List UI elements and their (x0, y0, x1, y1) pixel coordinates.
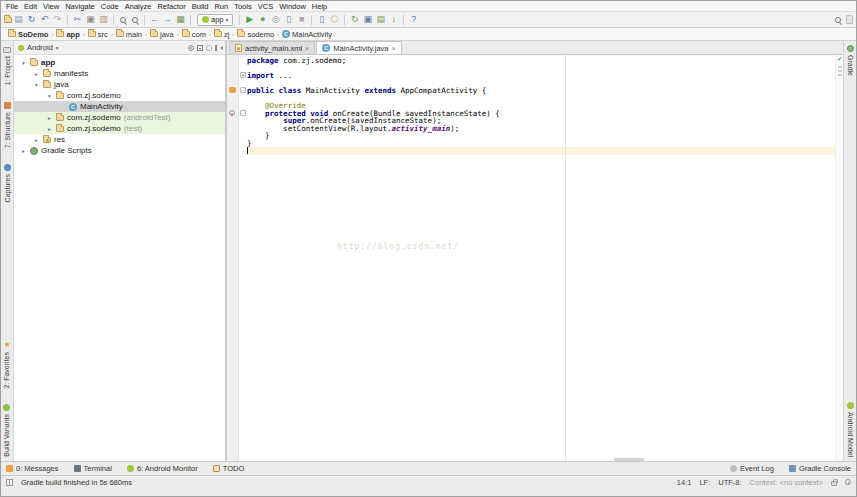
toolwindow-button-todo[interactable]: TODO (213, 464, 245, 473)
menu-build[interactable]: Build (189, 2, 212, 11)
toolbar-overflow-icon[interactable] (846, 15, 853, 24)
toolwindow-button-terminal[interactable]: Terminal (74, 464, 112, 473)
breadcrumb-mainactivity[interactable]: MainActivity (280, 30, 334, 39)
lock-icon[interactable] (831, 481, 837, 486)
menu-navigate[interactable]: Navigate (62, 2, 98, 11)
tree-chevron-icon[interactable]: ▾ (33, 82, 40, 88)
gutter-marker-icon[interactable] (229, 87, 236, 93)
search-everywhere-icon[interactable] (835, 17, 841, 23)
tree-chevron-icon[interactable]: ▸ (46, 126, 53, 132)
close-icon[interactable]: × (305, 45, 309, 52)
menu-edit[interactable]: Edit (21, 2, 40, 11)
toolwindow-toggle-icon[interactable] (6, 479, 13, 486)
help-icon[interactable]: ? (407, 13, 420, 26)
tree-item-com-zj-sodemo-test[interactable]: ▸com.zj.sodemo (test) (14, 123, 225, 134)
build-variants-icon[interactable]: ▤ (374, 13, 387, 26)
run-icon[interactable]: ▶ (243, 13, 256, 26)
toolwindow-button-captures[interactable]: Captures (4, 164, 11, 202)
undo-icon[interactable]: ↶ (38, 13, 51, 26)
tree-chevron-icon[interactable]: ▸ (33, 137, 40, 143)
attach-debugger-icon[interactable]: ▯ (282, 13, 295, 26)
hide-panel-icon[interactable] (215, 45, 221, 51)
breadcrumb-java[interactable]: java (148, 30, 176, 39)
cut-icon[interactable]: ✂ (71, 13, 84, 26)
tree-chevron-icon[interactable]: ▸ (20, 148, 27, 154)
paste-icon[interactable]: ▥ (97, 13, 110, 26)
fold-marker[interactable]: - (240, 110, 246, 116)
file-encoding-indicator[interactable]: UTF-8: (718, 478, 741, 487)
menu-run[interactable]: Run (211, 2, 231, 11)
save-all-icon[interactable]: ▤ (12, 13, 25, 26)
tree-chevron-icon[interactable]: ▸ (33, 71, 40, 77)
breadcrumb-app[interactable]: app (54, 30, 81, 39)
toolwindow-button-build-variants[interactable]: Build Variants (3, 404, 10, 457)
toolwindow-button-2-favorites[interactable]: 2: Favorites (3, 341, 10, 389)
sync-gradle-icon[interactable]: ↻ (348, 13, 361, 26)
overriding-method-icon[interactable]: ↑ (229, 110, 235, 116)
breadcrumb-sodemo[interactable]: SoDemo (6, 30, 50, 39)
open-icon[interactable] (4, 17, 12, 23)
toolwindow-button-1-project[interactable]: 1: Project (3, 45, 11, 86)
menu-window[interactable]: Window (276, 2, 309, 11)
make-project-icon[interactable]: ▦ (174, 13, 187, 26)
fold-marker[interactable]: + (240, 72, 246, 78)
toolwindow-button-android-model[interactable]: Android Model (847, 402, 854, 457)
tab-activity-main-xml[interactable]: activity_main.xml× (229, 41, 315, 54)
scrollbar-thumb[interactable] (614, 458, 644, 461)
toolwindow-button-gradle[interactable]: Gradle (847, 45, 854, 76)
menu-file[interactable]: File (3, 2, 21, 11)
menu-help[interactable]: Help (309, 2, 330, 11)
copy-icon[interactable]: ▣ (84, 13, 97, 26)
tree-item-com-zj-sodemo[interactable]: ▾com.zj.sodemo (14, 90, 225, 101)
horizontal-scrollbar[interactable] (239, 458, 835, 461)
menu-vcs[interactable]: VCS (255, 2, 276, 11)
avd-manager-icon[interactable]: ▯ (315, 13, 328, 26)
tree-item-java[interactable]: ▾java (14, 79, 225, 90)
redo-icon[interactable]: ↷ (51, 13, 64, 26)
menu-refactor[interactable]: Refactor (154, 2, 188, 11)
caret-position[interactable]: 14:1 (677, 478, 692, 487)
editor-scrollbar[interactable]: ✔ (835, 55, 843, 461)
toolwindow-button-event-log[interactable]: Event Log (730, 464, 774, 473)
hector-icon[interactable] (845, 479, 851, 485)
scroll-from-source-icon[interactable] (188, 45, 194, 51)
forward-icon[interactable]: → (161, 13, 174, 26)
line-separator-indicator[interactable]: LF: (699, 478, 710, 487)
tree-item-gradle-scripts[interactable]: ▸Gradle Scripts (14, 145, 225, 156)
fold-marker[interactable]: - (240, 87, 246, 93)
coverage-icon[interactable]: ◎ (269, 13, 282, 26)
debug-icon[interactable]: ● (256, 13, 269, 26)
tree-chevron-icon[interactable]: ▸ (46, 115, 53, 121)
sdk-manager-icon[interactable]: ⬡ (328, 13, 341, 26)
toolwindow-button-gradle-console[interactable]: Gradle Console (789, 464, 851, 473)
run-config-selector[interactable]: app▾ (197, 14, 233, 26)
breadcrumb-com[interactable]: com (180, 30, 208, 39)
find-icon[interactable] (120, 17, 126, 23)
menu-code[interactable]: Code (98, 2, 122, 11)
stop-icon[interactable]: ■ (295, 13, 308, 26)
gradle-make-icon[interactable]: ↓ (387, 13, 400, 26)
tab-mainactivity-java[interactable]: MainActivity.java× (316, 41, 401, 54)
breadcrumb-zj[interactable]: zj (212, 30, 231, 39)
project-structure-icon[interactable]: ▣ (361, 13, 374, 26)
context-indicator[interactable]: Context: <no context> (750, 478, 823, 487)
breadcrumb-sodemo[interactable]: sodemo (235, 30, 276, 39)
menu-tools[interactable]: Tools (231, 2, 255, 11)
code-editor[interactable]: ↑ +-- package com.zj.sodemo;import ...pu… (227, 55, 843, 461)
menu-analyze[interactable]: Analyze (122, 2, 155, 11)
close-icon[interactable]: × (392, 45, 396, 52)
sync-icon[interactable]: ↻ (25, 13, 38, 26)
tree-item-app[interactable]: ▾app (14, 57, 225, 68)
tree-item-manifests[interactable]: ▸manifests (14, 68, 225, 79)
menu-view[interactable]: View (40, 2, 62, 11)
breadcrumb-main[interactable]: main (114, 30, 144, 39)
tree-item-com-zj-sodemo-androidtest[interactable]: ▸com.zj.sodemo (androidTest) (14, 112, 225, 123)
replace-icon[interactable] (132, 17, 138, 23)
toolwindow-button-7-structure[interactable]: 7: Structure (4, 102, 11, 148)
tree-item-mainactivity[interactable]: MainActivity (14, 101, 225, 112)
tree-chevron-icon[interactable]: ▾ (46, 93, 53, 99)
tree-chevron-icon[interactable]: ▾ (20, 60, 27, 66)
collapse-all-icon[interactable] (197, 45, 203, 51)
settings-icon[interactable] (206, 45, 212, 51)
project-view-selector[interactable]: Android (27, 43, 53, 52)
